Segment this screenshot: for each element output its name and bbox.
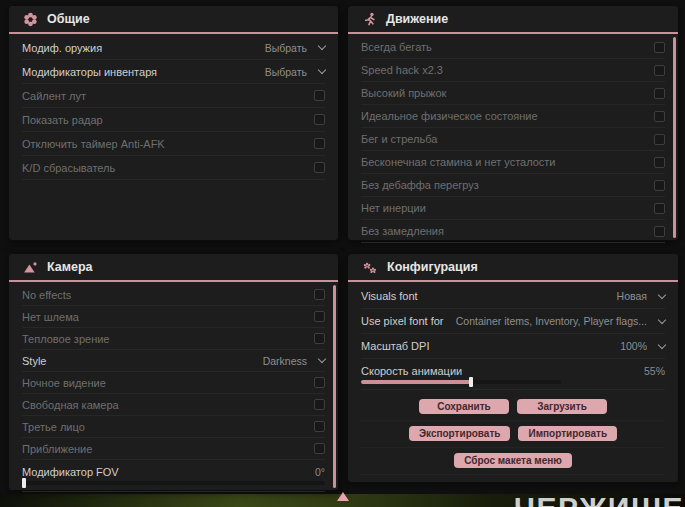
checkbox[interactable]: [314, 443, 325, 454]
checkbox[interactable]: [314, 377, 325, 388]
panel-movement: Движение Всегда бегатьSpeed hack x2.3Выс…: [347, 5, 679, 241]
row-label: Ночное видение: [22, 377, 106, 389]
row-label: Бег и стрельба: [361, 133, 437, 145]
row-label: Масштаб DPI: [361, 340, 429, 352]
slider-track-модификатор-fov[interactable]: [22, 481, 325, 485]
row-speed-hack-x2-3[interactable]: Speed hack x2.3: [361, 59, 665, 82]
button-сброс-макета-меню[interactable]: Сброс макета меню: [454, 453, 572, 468]
slider-track-скорость-анимации[interactable]: [361, 380, 561, 384]
panel-camera: Камера No effectsНет шлемаТепловое зрени…: [8, 253, 339, 491]
row-модификаторы-инвентаря[interactable]: Модификаторы инвентаряВыбрать: [22, 60, 325, 84]
row-label: Отключить таймер Anti-AFK: [22, 138, 165, 150]
checkbox[interactable]: [314, 114, 325, 125]
row-label: Всегда бегать: [361, 41, 432, 53]
panel-movement-header[interactable]: Движение: [348, 6, 678, 34]
checkbox[interactable]: [314, 421, 325, 432]
row-нет-шлема[interactable]: Нет шлема: [22, 306, 325, 328]
row-label: Бесконечная стамина и нет усталости: [361, 156, 556, 168]
checkbox[interactable]: [654, 157, 665, 168]
row-всегда-бегать[interactable]: Всегда бегать: [361, 36, 665, 59]
checkbox[interactable]: [314, 289, 325, 300]
panel-general-rows: Модиф. оружияВыбратьМодификаторы инвента…: [9, 34, 338, 180]
row-style[interactable]: StyleDarkness: [22, 350, 325, 372]
row-тепловое-зрение[interactable]: Тепловое зрение: [22, 328, 325, 350]
dropdown-visuals-font[interactable]: Новая: [617, 290, 665, 302]
button-row: ЭкспортироватьИмпортировать: [361, 421, 665, 448]
dropdown-модиф-оружия[interactable]: Выбрать: [265, 42, 325, 54]
row-бег-и-стрельба[interactable]: Бег и стрельба: [361, 128, 665, 151]
row-без-дебаффа-перегруз[interactable]: Без дебаффа перегруз: [361, 174, 665, 197]
row-label: Сайлент лут: [22, 90, 86, 102]
panel-config-buttons: СохранитьЗагрузитьЭкспортироватьИмпортир…: [348, 390, 678, 475]
dropdown-use-pixel-font-for[interactable]: Container items, Inventory, Player flags…: [456, 315, 665, 327]
dropdown-модификаторы-инвентаря[interactable]: Выбрать: [265, 66, 325, 78]
checkbox[interactable]: [314, 399, 325, 410]
row-label: Без замедления: [361, 225, 444, 237]
checkbox[interactable]: [314, 311, 325, 322]
slider-handle[interactable]: [22, 478, 26, 488]
chevron-down-icon: [658, 290, 666, 298]
checkbox[interactable]: [654, 65, 665, 76]
panel-config-header[interactable]: Конфигурация: [348, 254, 678, 282]
checkbox[interactable]: [314, 333, 325, 344]
dropdown-style[interactable]: Darkness: [263, 355, 325, 367]
row-приближение[interactable]: Приближение: [22, 438, 325, 460]
row-label: Style: [22, 355, 46, 367]
checkbox[interactable]: [314, 138, 325, 149]
scrollbar[interactable]: [673, 37, 676, 238]
panel-general: Общие Модиф. оружияВыбратьМодификаторы и…: [8, 5, 339, 241]
row-k-d-сбрасыватель[interactable]: K/D сбрасыватель: [22, 156, 325, 180]
row-сайлент-лут[interactable]: Сайлент лут: [22, 84, 325, 108]
checkbox[interactable]: [654, 203, 665, 214]
panel-camera-rows: No effectsНет шлемаТепловое зрениеStyleD…: [9, 282, 338, 492]
row-no-effects[interactable]: No effects: [22, 284, 325, 306]
watermark-text: ЧЕРЖИШЕ: [514, 491, 684, 507]
row-высокий-прыжок[interactable]: Высокий прыжок: [361, 82, 665, 105]
dropdown-масштаб-dpi[interactable]: 100%: [620, 340, 665, 352]
chevron-down-icon: [318, 66, 326, 74]
dropdown-value: Darkness: [263, 355, 307, 367]
row-use-pixel-font-for[interactable]: Use pixel font forContainer items, Inven…: [361, 309, 665, 334]
row-модификатор-fov[interactable]: Модификатор FOV0°: [22, 460, 325, 492]
row-бесконечная-стамина-и-нет-усталости[interactable]: Бесконечная стамина и нет усталости: [361, 151, 665, 174]
scrollbar[interactable]: [333, 285, 336, 488]
checkbox[interactable]: [314, 162, 325, 173]
row-нет-инерции[interactable]: Нет инерции: [361, 197, 665, 220]
slider-handle[interactable]: [469, 377, 473, 387]
row-свободная-камера[interactable]: Свободная камера: [22, 394, 325, 416]
row-без-замедления[interactable]: Без замедления: [361, 220, 665, 243]
button-загрузить[interactable]: Загрузить: [517, 399, 607, 414]
checkbox[interactable]: [314, 90, 325, 101]
row-label: Use pixel font for: [361, 315, 444, 327]
checkbox[interactable]: [654, 180, 665, 191]
checkbox[interactable]: [654, 111, 665, 122]
chevron-down-icon: [658, 315, 666, 323]
panel-general-header[interactable]: Общие: [9, 6, 338, 34]
panel-camera-header[interactable]: Камера: [9, 254, 338, 282]
cursor-icon: [337, 492, 349, 501]
row-label: Модификаторы инвентаря: [22, 66, 157, 78]
checkbox[interactable]: [654, 134, 665, 145]
row-отключить-таймер-anti-afk[interactable]: Отключить таймер Anti-AFK: [22, 132, 325, 156]
button-сохранить[interactable]: Сохранить: [419, 399, 509, 414]
dropdown-value: Container items, Inventory, Player flags…: [456, 315, 647, 327]
checkbox[interactable]: [654, 42, 665, 53]
row-скорость-анимации[interactable]: Скорость анимации55%: [361, 359, 665, 390]
row-третье-лицо[interactable]: Третье лицо: [22, 416, 325, 438]
row-идеальное-физическое-состояние[interactable]: Идеальное физическое состояние: [361, 105, 665, 128]
checkbox[interactable]: [654, 88, 665, 99]
row-модиф-оружия[interactable]: Модиф. оружияВыбрать: [22, 36, 325, 60]
row-label: Без дебаффа перегруз: [361, 179, 479, 191]
row-ночное-видение[interactable]: Ночное видение: [22, 372, 325, 394]
row-масштаб-dpi[interactable]: Масштаб DPI100%: [361, 334, 665, 359]
row-visuals-font[interactable]: Visuals fontНовая: [361, 284, 665, 309]
checkbox[interactable]: [654, 226, 665, 237]
panel-config: Конфигурация Visuals fontНоваяUse pixel …: [347, 253, 679, 483]
runner-icon: [362, 12, 377, 27]
row-показать-радар[interactable]: Показать радар: [22, 108, 325, 132]
slider-fill: [361, 380, 471, 384]
button-импортировать[interactable]: Импортировать: [518, 426, 617, 441]
panel-config-rows: Visuals fontНоваяUse pixel font forConta…: [348, 282, 678, 390]
row-label: No effects: [22, 289, 71, 301]
button-экспортировать[interactable]: Экспортировать: [409, 426, 511, 441]
